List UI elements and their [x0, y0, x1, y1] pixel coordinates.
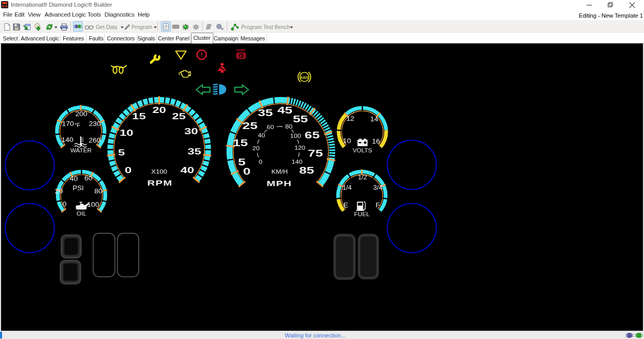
svg-text:55: 55 [293, 114, 308, 124]
svg-text:60: 60 [84, 175, 93, 182]
svg-text:25: 25 [172, 111, 186, 120]
svg-text:65: 65 [304, 130, 319, 140]
svg-text:170: 170 [62, 120, 74, 128]
svg-text:14: 14 [370, 115, 378, 122]
svg-text:0: 0 [125, 165, 131, 175]
svg-text:KM/H: KM/H [271, 168, 288, 175]
svg-text:0: 0 [259, 158, 262, 165]
svg-text:100: 100 [290, 133, 301, 139]
svg-text:40: 40 [70, 175, 78, 182]
svg-text:75: 75 [308, 148, 323, 159]
svg-text:5: 5 [118, 148, 125, 157]
svg-text:260: 260 [89, 136, 100, 144]
svg-text:140: 140 [291, 158, 302, 165]
svg-text:100: 100 [87, 201, 99, 208]
svg-text:35: 35 [187, 147, 201, 156]
svg-text:1/4: 1/4 [343, 184, 352, 191]
svg-text:12: 12 [346, 115, 355, 122]
svg-text:120: 120 [295, 144, 305, 151]
svg-text:F: F [376, 201, 380, 208]
svg-text:200: 200 [75, 110, 87, 118]
svg-text:VOLTS: VOLTS [353, 147, 372, 153]
svg-text:25: 25 [242, 120, 257, 131]
svg-text:20: 20 [55, 188, 63, 195]
svg-text:16: 16 [372, 137, 380, 145]
svg-text:20: 20 [252, 145, 259, 151]
svg-text:°F: °F [75, 122, 80, 128]
svg-text:3/4: 3/4 [373, 184, 382, 191]
svg-text:10: 10 [120, 128, 134, 137]
svg-text:PSI: PSI [72, 185, 83, 192]
svg-text:80: 80 [94, 188, 103, 195]
svg-text:60: 60 [267, 124, 274, 131]
svg-text:15: 15 [132, 111, 146, 121]
svg-text:ABS: ABS [300, 75, 310, 80]
svg-text:30: 30 [184, 126, 198, 136]
svg-text:FUEL: FUEL [354, 210, 370, 217]
svg-text:10: 10 [343, 137, 351, 145]
svg-text:E: E [343, 201, 348, 208]
svg-text:X100: X100 [151, 168, 167, 175]
svg-text:40: 40 [258, 132, 265, 138]
svg-text:15: 15 [233, 137, 248, 148]
svg-text:5: 5 [238, 157, 246, 167]
svg-text:RPM: RPM [147, 178, 172, 187]
svg-text:140: 140 [62, 136, 74, 144]
svg-text:P: P [240, 53, 243, 59]
svg-text:MPH: MPH [267, 179, 292, 188]
svg-text:35: 35 [258, 107, 273, 118]
svg-text:OIL: OIL [77, 210, 86, 217]
svg-text:20: 20 [152, 105, 166, 114]
svg-text:PARK: PARK [237, 49, 245, 52]
svg-text:230: 230 [89, 120, 100, 128]
svg-text:0: 0 [63, 201, 67, 208]
svg-text:80: 80 [285, 123, 292, 130]
svg-text:1/2: 1/2 [358, 174, 367, 181]
svg-text:!: ! [201, 51, 203, 59]
svg-text:40: 40 [180, 165, 194, 175]
svg-text:45: 45 [277, 105, 292, 116]
svg-text:85: 85 [299, 165, 314, 176]
svg-text:WATER: WATER [70, 147, 92, 153]
